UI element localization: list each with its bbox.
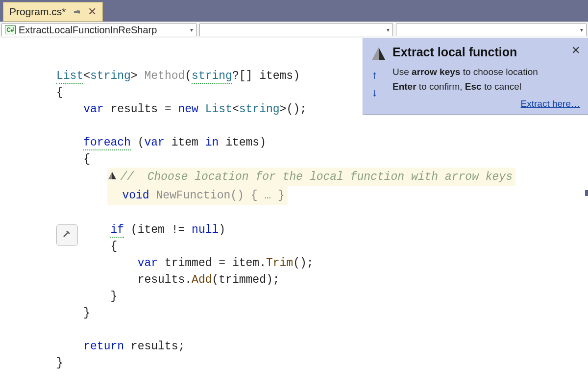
popup-text-bold: arrow keys	[412, 67, 460, 77]
kw-in: in	[205, 136, 219, 149]
id-results: results	[110, 103, 158, 116]
kw-foreach: foreach	[83, 136, 131, 150]
tab-bar: Program.cs* ✕	[0, 0, 588, 22]
scope-text: ExtractLocalFunctionInReSharp	[19, 24, 187, 36]
gutter	[0, 38, 27, 392]
insertion-preview-line2[interactable]: void NewFunction() { … }	[107, 186, 287, 205]
insert-comment: // Choose location for the local functio…	[120, 171, 513, 183]
editor[interactable]: List<string> Method(string?[] items) { v…	[0, 38, 588, 392]
popup-title: Extract local function	[392, 45, 565, 59]
pin-icon[interactable]	[73, 8, 81, 16]
hammer-icon	[61, 229, 73, 241]
member-dropdown[interactable]: ▾	[199, 24, 393, 36]
kw-var: var	[144, 136, 164, 149]
breadcrumb-bar: C# ExtractLocalFunctionInReSharp ▾ ▾ ▾	[0, 22, 588, 38]
pyramid-icon	[107, 171, 117, 181]
method-name: Method	[144, 70, 185, 82]
close-icon[interactable]: ✕	[88, 6, 97, 17]
arrow-down-icon: ↓	[372, 86, 377, 99]
chevron-down-icon: ▾	[384, 26, 390, 33]
svg-rect-0	[74, 11, 78, 13]
id-item: item	[138, 223, 165, 236]
popup-text-bold: Enter	[392, 81, 416, 92]
region-dropdown[interactable]: ▾	[396, 24, 587, 36]
kw-var: var	[138, 257, 158, 270]
id-items: items	[225, 136, 259, 149]
kw-if: if	[110, 223, 124, 238]
tab-title: Program.cs*	[9, 6, 66, 18]
id-trimmed: trimmed	[219, 273, 266, 286]
quick-action-button[interactable]	[56, 224, 78, 246]
popup-text: to confirm,	[416, 81, 465, 92]
id-item: item	[172, 136, 198, 149]
popup-body: Use arrow keys to choose location Enter …	[392, 65, 580, 95]
extract-here-link[interactable]: Extract here…	[371, 98, 580, 109]
new-function-name: NewFunction	[156, 189, 230, 202]
popup-text: to choose location	[460, 67, 538, 77]
param-items: items	[259, 70, 293, 82]
id-results: results	[131, 340, 178, 353]
type-string: string	[192, 70, 232, 84]
kw-new: new	[178, 103, 198, 116]
csharp-badge-icon: C#	[5, 25, 16, 34]
svg-marker-5	[372, 48, 379, 60]
svg-rect-1	[78, 11, 80, 14]
pyramid-icon	[371, 46, 387, 62]
extract-popup: Extract local function ✕ ↑ ↓ Use arrow k…	[363, 38, 588, 115]
close-icon[interactable]: ✕	[571, 45, 580, 56]
popup-text-bold: Esc	[465, 81, 482, 92]
id-trimmed: trimmed	[165, 257, 212, 270]
call-add: Add	[192, 273, 212, 286]
scope-dropdown[interactable]: C# ExtractLocalFunctionInReSharp ▾	[1, 24, 196, 36]
svg-marker-3	[108, 172, 112, 179]
type-list: List	[56, 70, 83, 84]
kw-void: void	[122, 189, 149, 202]
popup-text: Use	[392, 67, 412, 77]
type-string: string	[90, 70, 131, 82]
kw-return: return	[83, 340, 124, 353]
insert-body: { … }	[251, 189, 285, 202]
arrow-indicators: ↑ ↓	[372, 69, 377, 99]
kw-null: null	[192, 223, 219, 236]
call-trim: Trim	[266, 257, 293, 270]
scroll-marker[interactable]	[585, 190, 588, 196]
id-item: item	[232, 257, 259, 270]
popup-text: to cancel	[482, 81, 521, 92]
insertion-preview[interactable]: // Choose location for the local functio…	[107, 168, 515, 186]
type-list: List	[205, 103, 232, 116]
kw-var: var	[83, 103, 103, 116]
active-tab[interactable]: Program.cs* ✕	[3, 2, 103, 22]
arrow-up-icon: ↑	[372, 69, 377, 81]
chevron-down-icon: ▾	[577, 26, 583, 33]
type-string: string	[239, 103, 280, 116]
chevron-down-icon: ▾	[187, 26, 193, 33]
id-results: results	[138, 273, 185, 286]
